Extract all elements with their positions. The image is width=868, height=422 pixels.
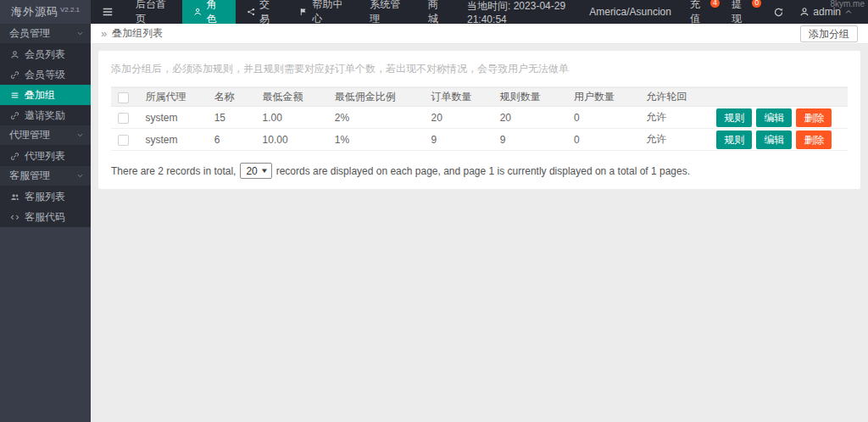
delete-button[interactable]: 删除 <box>796 108 832 127</box>
sidebar-item-member-list[interactable]: 会员列表 <box>0 44 91 64</box>
sidebar-item-service-list[interactable]: 客服列表 <box>0 186 91 207</box>
refresh-button[interactable] <box>765 7 793 18</box>
row-checkbox[interactable] <box>118 113 129 124</box>
page-size-value: 20 <box>246 165 257 177</box>
hint-text: 添加分组后，必须添加规则，并且规则需要对应好订单个数，若出现不对称情况，会导致用… <box>111 51 848 87</box>
add-group-button[interactable]: 添加分组 <box>800 25 858 42</box>
row-checkbox[interactable] <box>118 135 129 146</box>
group-table: 所属代理名称最低金额最低佣金比例订单数量规则数量用户数量允许轮回 system1… <box>111 87 848 151</box>
top-bar-right: 当地时间: 2023-04-29 21:40:54 America/Asunci… <box>457 0 868 24</box>
cell: system <box>138 107 207 129</box>
pagination-prefix: There are 2 records in total, <box>111 165 236 177</box>
user-icon <box>193 7 202 17</box>
cell: 15 <box>208 107 256 129</box>
cell: 0 <box>567 107 639 129</box>
column-header: 最低佣金比例 <box>328 88 425 107</box>
row-actions-cell: 规则编辑删除 <box>709 129 848 151</box>
pagination-suffix: records are displayed on each page, and … <box>276 165 690 177</box>
withdraw-link[interactable]: 提现 0 <box>723 0 758 26</box>
withdraw-label: 提现 <box>732 0 749 26</box>
top-nav-item-help-center[interactable]: 帮助中心 <box>288 0 359 24</box>
user-menu[interactable]: admin <box>793 6 860 18</box>
link-icon <box>10 70 19 80</box>
pagination: There are 2 records in total, 20 ▼ recor… <box>111 151 848 179</box>
list-icon <box>10 91 19 100</box>
caret-down-icon: ▼ <box>260 167 269 175</box>
cell: 20 <box>493 107 567 129</box>
page-title: 叠加组列表 <box>112 26 163 41</box>
top-nav-item-system[interactable]: 系统管理 <box>359 0 416 24</box>
top-nav-item-mall[interactable]: 商城 <box>417 0 457 24</box>
table-row: system151.002%20200允许规则编辑删除 <box>111 107 848 129</box>
column-header: 名称 <box>208 88 256 107</box>
link-icon <box>10 111 19 120</box>
cell: 允许 <box>639 107 709 129</box>
recharge-badge: 4 <box>710 0 720 8</box>
edit-button[interactable]: 编辑 <box>756 108 792 127</box>
refresh-icon <box>773 7 784 18</box>
chevron-down-icon <box>76 172 84 180</box>
sidebar-item-label: 客服代码 <box>25 210 65 225</box>
flag-icon <box>299 7 308 17</box>
sidebar-item-label: 会员列表 <box>25 47 65 62</box>
chevron-up-icon <box>844 8 853 16</box>
local-time: 当地时间: 2023-04-29 21:40:54 <box>467 0 581 25</box>
breadcrumb-bar: » 叠加组列表 添加分组 <box>91 24 868 44</box>
sidebar-item-service-code[interactable]: 客服代码 <box>0 207 91 227</box>
cell: system <box>138 129 207 151</box>
chevron-down-icon <box>76 30 84 37</box>
rule-button[interactable]: 规则 <box>716 130 752 149</box>
page-size-select[interactable]: 20 ▼ <box>240 163 271 179</box>
sidebar-item-label: 会员等级 <box>25 68 65 82</box>
sidebar-toggle-button[interactable] <box>91 0 125 24</box>
app-title: 海外源码 <box>11 4 58 19</box>
top-nav-item-label: 系统管理 <box>370 0 405 26</box>
sidebar-group-title: 代理管理 <box>9 128 50 142</box>
top-nav: 后台首页角色交易帮助中心系统管理商城 <box>125 0 457 24</box>
recharge-link[interactable]: 充值 4 <box>682 0 716 26</box>
sidebar-item-label: 代理列表 <box>25 149 65 164</box>
app-logo: 海外源码V2.2.1 <box>0 0 91 24</box>
top-nav-item-label: 角色 <box>207 0 225 26</box>
sidebar-item-label: 客服列表 <box>25 190 65 204</box>
code-icon <box>10 213 19 222</box>
top-nav-item-dashboard[interactable]: 后台首页 <box>125 0 182 24</box>
sidebar-group-agent-management[interactable]: 代理管理 <box>0 125 91 146</box>
cell: 2% <box>328 107 425 129</box>
sidebar-item-stack-group[interactable]: 叠加组 <box>0 85 91 105</box>
sidebar-item-agent-list[interactable]: 代理列表 <box>0 146 91 166</box>
select-all-cell <box>111 88 138 107</box>
cell: 1% <box>328 129 425 151</box>
delete-button[interactable]: 删除 <box>796 130 832 149</box>
cell: 0 <box>567 129 639 151</box>
link-icon <box>10 152 19 161</box>
table-header-row: 所属代理名称最低金额最低佣金比例订单数量规则数量用户数量允许轮回 <box>111 88 848 107</box>
breadcrumb-separator: » <box>101 27 107 40</box>
row-checkbox-cell <box>111 107 138 129</box>
top-nav-item-label: 后台首页 <box>136 0 171 26</box>
rule-button[interactable]: 规则 <box>716 108 752 127</box>
row-actions-cell: 规则编辑删除 <box>709 107 848 129</box>
sidebar-group-service-management[interactable]: 客服管理 <box>0 166 91 186</box>
select-all-checkbox[interactable] <box>118 92 129 103</box>
content-card: 添加分组后，必须添加规则，并且规则需要对应好订单个数，若出现不对称情况，会导致用… <box>98 51 860 189</box>
clock: 当地时间: 2023-04-29 21:40:54 America/Asunci… <box>457 0 682 25</box>
actions-column-header <box>709 88 848 107</box>
top-nav-item-label: 商城 <box>428 0 446 26</box>
sidebar-item-invite-reward[interactable]: 邀请奖励 <box>0 105 91 125</box>
column-header: 规则数量 <box>493 88 567 107</box>
sidebar-item-member-level[interactable]: 会员等级 <box>0 64 91 85</box>
withdraw-badge: 0 <box>752 0 761 8</box>
top-nav-item-role[interactable]: 角色 <box>182 0 235 24</box>
column-header: 用户数量 <box>567 88 639 107</box>
menu-icon <box>102 6 114 18</box>
sidebar-group-member-management[interactable]: 会员管理 <box>0 24 91 44</box>
top-nav-item-trade[interactable]: 交易 <box>236 0 288 24</box>
cell: 6 <box>208 129 256 151</box>
main-area: » 叠加组列表 添加分组 添加分组后，必须添加规则，并且规则需要对应好订单个数，… <box>91 24 868 422</box>
side-nav: 会员管理会员列表会员等级叠加组邀请奖励代理管理代理列表客服管理客服列表客服代码 <box>0 24 91 227</box>
cell: 9 <box>424 129 492 151</box>
edit-button[interactable]: 编辑 <box>756 130 792 149</box>
cell: 9 <box>493 129 567 151</box>
share-icon <box>247 7 255 17</box>
